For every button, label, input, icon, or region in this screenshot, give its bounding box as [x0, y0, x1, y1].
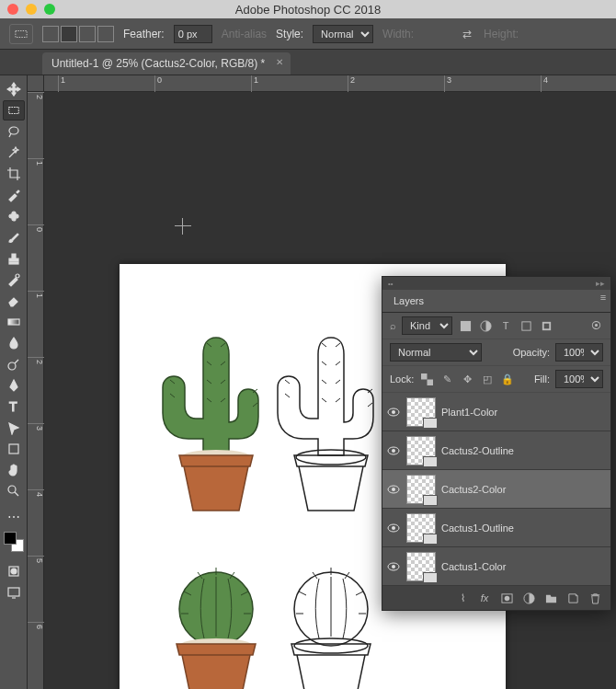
ruler-tick: 1 — [28, 158, 44, 166]
filter-select[interactable]: Kind — [402, 316, 452, 335]
collapse-icon[interactable]: ▸▸ — [596, 279, 605, 288]
document-tab-label: Untitled-1 @ 25% (Cactus2-Color, RGB/8) … — [51, 57, 265, 70]
blur-tool[interactable] — [3, 333, 25, 353]
zoom-tool[interactable] — [3, 481, 25, 501]
svg-point-75 — [392, 565, 395, 568]
svg-rect-59 — [460, 320, 470, 330]
svg-line-28 — [322, 343, 326, 347]
minimize-window-button[interactable] — [26, 4, 37, 15]
svg-line-29 — [336, 343, 340, 347]
layer-row[interactable]: Cactus2-Outline — [382, 431, 610, 470]
visibility-icon[interactable] — [386, 559, 401, 574]
layer-thumbnail[interactable] — [406, 436, 436, 465]
layer-group-icon[interactable] — [544, 591, 557, 604]
visibility-icon[interactable] — [386, 405, 401, 419]
visibility-icon[interactable] — [386, 482, 401, 497]
ruler-tick: 4 — [28, 489, 44, 497]
close-tab-icon[interactable]: ✕ — [276, 57, 283, 67]
close-window-button[interactable] — [7, 4, 18, 15]
filter-adjustment-icon[interactable] — [478, 318, 493, 333]
panel-grip-icon[interactable]: •• — [388, 280, 394, 288]
fill-input[interactable]: 100% — [555, 370, 603, 388]
visibility-icon[interactable] — [386, 443, 401, 458]
type-tool[interactable]: T — [3, 396, 25, 417]
ruler-tick: 1 — [58, 75, 65, 92]
new-layer-icon[interactable] — [566, 591, 579, 604]
titlebar: Adobe Photoshop CC 2018 — [0, 0, 616, 18]
lasso-tool[interactable] — [3, 121, 25, 142]
filter-smart-icon[interactable] — [539, 318, 553, 333]
layers-tab[interactable]: Layers — [382, 290, 435, 312]
delete-layer-icon[interactable] — [588, 591, 601, 604]
document-tab[interactable]: Untitled-1 @ 25% (Cactus2-Color, RGB/8) … — [42, 52, 291, 75]
lock-artboard-icon[interactable]: ◰ — [480, 372, 495, 386]
lock-paint-icon[interactable]: ✎ — [439, 372, 454, 386]
visibility-icon[interactable] — [386, 521, 401, 535]
height-label: Height: — [484, 28, 519, 40]
link-layers-icon[interactable]: ⌇ — [456, 591, 469, 604]
svg-rect-14 — [8, 588, 19, 596]
feather-input[interactable] — [174, 25, 212, 43]
layer-list: Plant1-ColorCactus2-OutlineCactus2-Color… — [382, 393, 610, 586]
path-tool[interactable] — [3, 418, 25, 438]
dodge-tool[interactable] — [3, 354, 25, 374]
quickmask-tool[interactable] — [3, 561, 25, 581]
ruler-tick: 5 — [28, 556, 44, 563]
healing-tool[interactable] — [3, 206, 25, 226]
ruler-horizontal[interactable]: 1012345 — [44, 75, 616, 92]
tools-panel: T ⋯ — [0, 75, 28, 689]
eyedropper-tool[interactable] — [3, 185, 25, 205]
layer-row[interactable]: Cactus1-Color — [382, 547, 610, 586]
hand-tool[interactable] — [3, 460, 25, 480]
eraser-tool[interactable] — [3, 291, 25, 311]
shape-tool[interactable] — [3, 439, 25, 459]
swatch-new[interactable] — [61, 26, 77, 42]
layer-row[interactable]: Cactus1-Outline — [382, 509, 610, 547]
fgbg-colors[interactable] — [4, 532, 24, 552]
move-tool[interactable] — [3, 79, 25, 99]
adjustment-layer-icon[interactable] — [522, 591, 535, 604]
ruler-tick: 2 — [348, 75, 355, 92]
antialias-label: Anti-alias — [222, 28, 267, 40]
screenmode-tool[interactable] — [3, 582, 25, 603]
lock-transparency-icon[interactable] — [419, 372, 434, 386]
layer-thumbnail[interactable] — [406, 397, 436, 427]
blend-mode-select[interactable]: Normal — [390, 343, 482, 362]
history-brush-tool[interactable] — [3, 270, 25, 290]
filter-toggle-icon[interactable]: ⦿ — [588, 318, 603, 333]
brush-tool[interactable] — [3, 227, 25, 247]
maximize-window-button[interactable] — [44, 4, 55, 15]
swap-icon: ⇄ — [460, 27, 474, 41]
lock-position-icon[interactable]: ✥ — [460, 372, 474, 386]
filter-pixel-icon[interactable] — [458, 318, 473, 333]
svg-point-73 — [392, 526, 395, 530]
layer-thumbnail[interactable] — [406, 513, 436, 543]
layers-panel[interactable]: •• ▸▸ Layers ≡ ⌕ Kind T ⦿ Normal Opacity… — [382, 276, 611, 611]
swatch-subtract[interactable] — [79, 26, 96, 42]
svg-line-32 — [322, 380, 326, 384]
pen-tool[interactable] — [3, 375, 25, 396]
lock-all-icon[interactable]: 🔒 — [500, 372, 515, 386]
edit-toolbar[interactable]: ⋯ — [3, 507, 25, 527]
magic-wand-tool[interactable] — [3, 143, 25, 163]
swatch-fill[interactable] — [42, 26, 59, 42]
filter-shape-icon[interactable] — [519, 318, 533, 333]
crop-tool[interactable] — [3, 164, 25, 184]
gradient-tool[interactable] — [3, 312, 25, 332]
layer-thumbnail[interactable] — [406, 552, 436, 581]
layer-row[interactable]: Cactus2-Color — [382, 470, 610, 509]
svg-line-36 — [285, 380, 290, 384]
filter-type-icon[interactable]: T — [498, 318, 513, 333]
swatch-intersect[interactable] — [97, 26, 114, 42]
layer-mask-icon[interactable] — [500, 591, 513, 604]
opacity-input[interactable]: 100% — [555, 343, 603, 362]
stamp-tool[interactable] — [3, 248, 25, 269]
current-tool-icon[interactable] — [9, 24, 33, 44]
style-select[interactable]: Normal — [313, 25, 373, 43]
layer-thumbnail[interactable] — [406, 475, 436, 504]
marquee-tool[interactable] — [3, 100, 25, 121]
layer-fx-icon[interactable]: fx — [478, 591, 491, 604]
layer-row[interactable]: Plant1-Color — [382, 393, 610, 431]
panel-menu-icon[interactable]: ≡ — [596, 290, 610, 304]
ruler-vertical[interactable]: 210123456 — [28, 92, 44, 689]
